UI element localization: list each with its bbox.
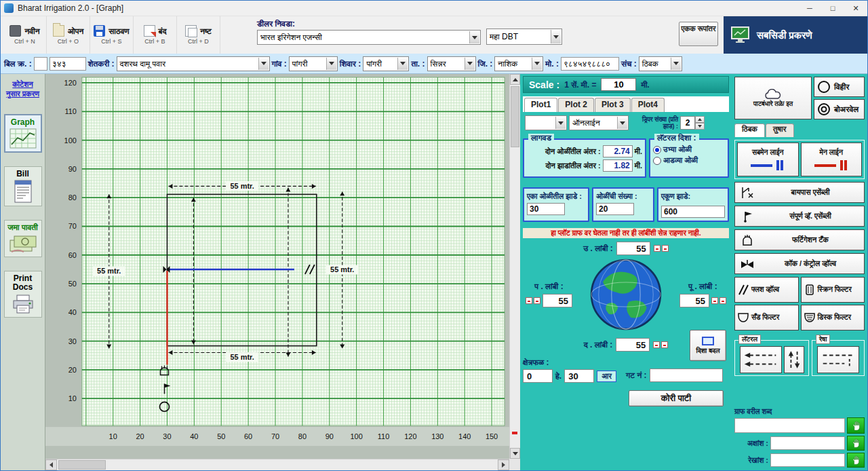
adjust-icon[interactable] — [526, 297, 532, 304]
close-file-button[interactable]: बंद Ctrl + B — [134, 16, 177, 54]
crop-combobox[interactable] — [525, 115, 567, 130]
tab-plot1[interactable]: Plot1 — [524, 98, 557, 112]
vertical-scroll-thumb[interactable] — [511, 86, 519, 147]
well-button[interactable]: विहीर — [814, 77, 865, 97]
north-adjust-buttons[interactable] — [654, 245, 669, 252]
screen-filter-button[interactable]: स्क्रिन फिल्टर — [801, 277, 865, 303]
adjust-icon[interactable] — [711, 297, 718, 304]
south-adjust-buttons[interactable] — [653, 341, 668, 348]
sidebar-item-print-docs[interactable]: Print Docs — [4, 271, 42, 317]
east-adjust-buttons[interactable] — [711, 297, 726, 304]
latitude-pick-button[interactable] — [847, 436, 865, 451]
radio-icon[interactable] — [653, 157, 661, 165]
scroll-up-button[interactable] — [510, 74, 520, 85]
new-button[interactable]: नवीन Ctrl + N — [3, 16, 47, 54]
scale-input[interactable]: 10 — [601, 78, 636, 91]
bill-prefix-field[interactable] — [34, 57, 47, 71]
lateral-vertical-button[interactable] — [784, 346, 804, 373]
horizontal-scrollbar[interactable] — [45, 459, 509, 470]
bypass-assembly-button[interactable]: बायपास एसेंब्ली — [734, 182, 865, 203]
row-spacing-field[interactable]: 2.74 — [603, 145, 633, 157]
main-line-button[interactable]: मेन लाईन — [801, 143, 863, 176]
west-length-field[interactable]: 55 — [542, 294, 572, 307]
dealer-combobox[interactable]: भारत इरिगेशन एजन्सी — [257, 30, 481, 45]
dropdown-arrow-icon[interactable] — [469, 31, 479, 43]
tab-plot4[interactable]: Plot4 — [631, 98, 665, 112]
latitude-input[interactable] — [770, 436, 845, 450]
plants-per-row-field[interactable]: 30 — [527, 203, 565, 215]
close-button[interactable]: ✕ — [844, 1, 867, 16]
village-combobox[interactable]: पांगरी — [289, 56, 338, 71]
area-hectare-field[interactable]: 0 — [523, 369, 553, 383]
scheme-combobox[interactable]: महा DBT — [486, 29, 562, 45]
mobile-field[interactable]: ९८४५४९८८८० — [561, 57, 619, 71]
tab-plot3[interactable]: Plot 3 — [595, 98, 631, 112]
fertigation-tank-button[interactable]: फर्टिगेशन टँक — [734, 229, 865, 250]
radio-icon[interactable] — [653, 146, 661, 154]
pond-button[interactable]: पाटबंधारे तळे/ इत — [734, 77, 812, 119]
adjust-icon[interactable] — [653, 341, 660, 348]
stepper-up-icon[interactable] — [695, 116, 705, 123]
area-r-field[interactable]: 30 — [564, 369, 594, 383]
graph-canvas[interactable]: 1020304050607080901001101201301401501020… — [45, 74, 509, 459]
row-count-field[interactable]: 20 — [596, 203, 634, 215]
plant-spacing-field[interactable]: 1.82 — [603, 159, 633, 172]
unit-convert-button[interactable]: एकक रूपांतर — [679, 22, 718, 46]
dropdown-arrow-icon[interactable] — [617, 117, 627, 129]
open-button[interactable]: ओपन Ctrl + O — [47, 16, 90, 54]
radio-horizontal-rows[interactable]: आडव्या ओळी — [653, 156, 725, 165]
east-length-field[interactable]: 55 — [679, 294, 709, 307]
borewell-button[interactable]: बोअरवेल — [814, 99, 865, 119]
save-button[interactable]: साठवण Ctrl + S — [90, 16, 134, 54]
complete-valve-assembly-button[interactable]: संपूर्ण व्हॅ. एसेंब्ली — [734, 206, 865, 227]
bill-no-field[interactable]: ३४३ — [50, 57, 86, 71]
clear-slate-button[interactable]: कोरी पाटी — [629, 390, 724, 407]
sidebar-item-graph[interactable]: Graph — [4, 114, 42, 153]
dropdown-arrow-icon[interactable] — [551, 30, 561, 43]
adjust-icon[interactable] — [534, 297, 540, 304]
dropdown-arrow-icon[interactable] — [326, 58, 336, 70]
dropdown-arrow-icon[interactable] — [671, 58, 681, 70]
radio-vertical-rows[interactable]: उभ्या ओळी — [653, 145, 725, 154]
graph-plot-svg[interactable]: 1020304050607080901001101201301401501020… — [45, 74, 509, 459]
minimize-button[interactable]: ─ — [798, 1, 821, 16]
sidebar-item-bill[interactable]: Bill — [4, 166, 42, 206]
dropdown-arrow-icon[interactable] — [258, 58, 269, 70]
disc-filter-button[interactable]: डिस्क फिल्टर — [801, 305, 865, 331]
dropdown-arrow-icon[interactable] — [555, 117, 566, 129]
dashed-line-button[interactable] — [817, 346, 859, 373]
gat-no-field[interactable] — [650, 369, 723, 382]
scroll-right-button[interactable] — [498, 459, 509, 470]
horizontal-scroll-thumb[interactable] — [58, 460, 106, 470]
graph-text-place-button[interactable] — [847, 417, 865, 434]
set-combobox[interactable]: ठिबक — [639, 56, 682, 71]
adjust-icon[interactable] — [662, 245, 669, 252]
mode-combobox[interactable]: ऑनलाईन — [569, 115, 629, 130]
shivar-combobox[interactable]: पांगरी — [363, 56, 409, 71]
quotation-link[interactable]: कोटेशन नुसार प्रकरण — [5, 79, 41, 99]
west-adjust-buttons[interactable] — [526, 297, 540, 304]
cock-control-valve-button[interactable]: कॉक / कंट्रोल व्हॉल्व — [734, 253, 865, 274]
total-plants-field[interactable]: 600 — [661, 206, 725, 218]
dropdown-arrow-icon[interactable] — [532, 58, 542, 70]
scroll-down-button[interactable] — [510, 448, 520, 459]
delete-button[interactable]: नष्ट Ctrl + D — [177, 16, 220, 54]
longitude-pick-button[interactable] — [847, 453, 865, 468]
south-length-field[interactable]: 55 — [616, 338, 650, 352]
dropdown-arrow-icon[interactable] — [397, 58, 408, 70]
sand-filter-button[interactable]: सँड फिल्टर — [734, 305, 799, 331]
maximize-button[interactable]: □ — [821, 1, 844, 16]
district-combobox[interactable]: नाशिक — [494, 56, 543, 71]
adjust-icon[interactable] — [654, 245, 660, 252]
sidebar-item-receipt[interactable]: जमा पावती — [4, 220, 42, 257]
flush-valve-button[interactable]: फ्लश व्हॉल्व — [734, 277, 799, 303]
tab-drip[interactable]: ठिबक — [734, 124, 765, 137]
longitude-input[interactable] — [770, 453, 845, 467]
tab-plot2[interactable]: Plot 2 — [558, 98, 594, 112]
taluka-combobox[interactable]: सिन्नर — [427, 56, 476, 71]
north-length-field[interactable]: 55 — [616, 242, 650, 255]
subsidy-cases-button[interactable]: सबसिडी प्रकरणे — [724, 16, 867, 54]
graph-text-input[interactable] — [734, 418, 845, 433]
adjust-icon[interactable] — [719, 297, 726, 304]
direction-change-button[interactable]: दिशा बदल — [690, 330, 726, 361]
